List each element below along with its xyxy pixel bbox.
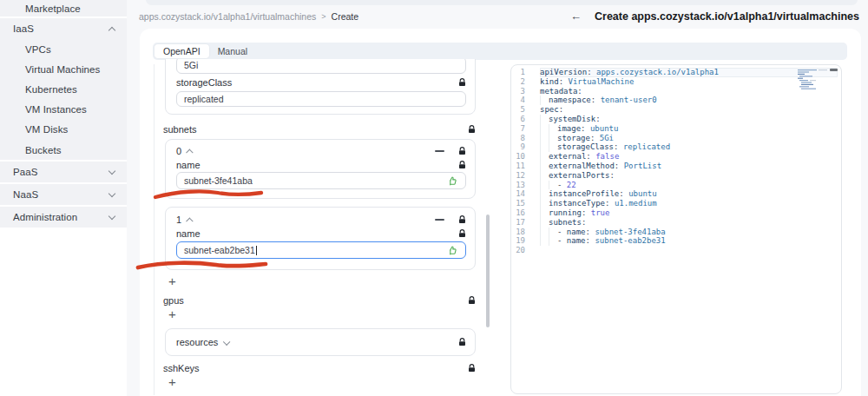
lock-icon[interactable]: [468, 125, 476, 134]
minimap-slider[interactable]: [830, 69, 838, 71]
code-token: :: [614, 142, 623, 152]
code-line-content: externalPorts:: [540, 171, 838, 181]
sidebar-item-vm-disks[interactable]: VM Disks: [0, 120, 127, 140]
sidebar-item-vpcs[interactable]: VPCs: [0, 39, 127, 59]
app: MarketplaceIaaSVPCsVirtual MachinesKuber…: [0, 0, 868, 396]
lock-icon[interactable]: [458, 161, 466, 169]
add-gpu-button[interactable]: +: [168, 308, 176, 320]
add-sshkey-button[interactable]: +: [168, 376, 176, 388]
tab-manual[interactable]: Manual: [209, 44, 256, 58]
code-line: 8storage: 5Gi: [515, 134, 838, 143]
code-line: 7image: ubuntu: [515, 124, 838, 134]
subnet-1-name-label: name: [176, 228, 201, 239]
code-line-content: externalMethod: PortList: [540, 162, 838, 171]
code-line-content: storageClass: replicated: [540, 142, 838, 152]
breadcrumb-path[interactable]: apps.cozystack.io/v1alpha1/virtualmachin…: [139, 11, 316, 22]
lock-icon[interactable]: [468, 364, 476, 373]
sidebar-section-administration[interactable]: Administration: [0, 207, 127, 228]
lock-icon[interactable]: [458, 229, 466, 238]
chevron-down-icon: [108, 214, 115, 221]
sidebar-section: IaaSVPCsVirtual MachinesKubernetesVM Ins…: [0, 18, 127, 160]
subnet-item-0: 0 name subnet-3fe41aba: [165, 139, 476, 199]
code-line-content: spec:: [540, 105, 838, 115]
line-number: 4: [515, 96, 525, 105]
tab-openapi[interactable]: OpenAPI: [155, 44, 209, 58]
top-bar-remnant: [146, 0, 858, 5]
code-token: externalMethod: [549, 162, 615, 171]
remove-subnet-0-button[interactable]: [435, 150, 444, 152]
storage-input[interactable]: 5Gi: [176, 59, 466, 74]
line-number: 6: [515, 115, 525, 124]
breadcrumb: apps.cozystack.io/v1alpha1/virtualmachin…: [139, 11, 358, 22]
chevron-up-icon: [108, 25, 115, 32]
lock-icon[interactable]: [458, 78, 466, 87]
subnet-0-collapse-toggle[interactable]: 0: [176, 146, 466, 156]
line-number: 15: [515, 199, 525, 208]
content-card: OpenAPIManual 5Gi storageClass replicate…: [140, 29, 861, 396]
resources-expand-toggle[interactable]: resources: [176, 337, 466, 347]
code-token: :: [619, 189, 628, 199]
sidebar-item-label: Virtual Machines: [25, 64, 100, 75]
sidebar-item-buckets[interactable]: Buckets: [0, 140, 127, 160]
code-line: 2kind: VirtualMachine: [515, 77, 838, 87]
code-token: :: [595, 115, 600, 124]
code-token: metadata: [540, 87, 577, 96]
subnet-0-name-input[interactable]: subnet-3fe41aba: [176, 172, 466, 189]
code-token: external: [549, 152, 586, 162]
storageclass-input[interactable]: replicated: [176, 91, 466, 107]
add-subnet-button[interactable]: +: [168, 275, 176, 287]
sidebar-section-label: Administration: [13, 212, 77, 222]
code-line: 6systemDisk:: [515, 115, 838, 124]
code-line-content: image: ubuntu: [540, 124, 838, 134]
code-line-content: - name: subnet-3fe41aba: [540, 228, 838, 237]
sidebar-section-iaas[interactable]: IaaS: [0, 18, 127, 39]
lock-icon[interactable]: [458, 147, 466, 155]
breadcrumb-current: Create: [332, 11, 359, 22]
code-token: u1.medium: [615, 199, 657, 208]
code-token: systemDisk: [549, 115, 595, 124]
code-line-content: - 22: [540, 181, 838, 190]
subnet-1-index: 1: [176, 214, 181, 225]
sidebar-item-marketplace[interactable]: Marketplace: [0, 0, 127, 16]
sidebar-section-label: IaaS: [13, 23, 34, 34]
code-token: subnet-eab2be31: [595, 236, 665, 246]
sidebar-section-naas[interactable]: NaaS: [0, 184, 127, 205]
yaml-editor[interactable]: 1apiVersion: apps.cozystack.io/v1alpha12…: [510, 64, 842, 394]
back-arrow-icon[interactable]: ←: [570, 10, 582, 23]
indent-guide: [540, 134, 549, 143]
subnet-1-name-input[interactable]: subnet-eab2be31: [176, 241, 466, 259]
code-line-content: namespace: tenant-user0: [540, 96, 838, 105]
sidebar-item-virtual-machines[interactable]: Virtual Machines: [0, 59, 127, 79]
chevron-up-icon: [187, 148, 193, 154]
remove-subnet-1-button[interactable]: [435, 219, 444, 221]
indent-guide: [540, 124, 549, 134]
code-token: :: [586, 152, 595, 162]
sidebar-section-label: PaaS: [13, 167, 38, 177]
indent-guide: [540, 236, 549, 246]
sidebar-item-kubernetes[interactable]: Kubernetes: [0, 79, 127, 99]
page-title-bar: ← Create apps.cozystack.io/v1alpha1/virt…: [570, 10, 859, 23]
indent-guide: [540, 171, 549, 181]
chevron-down-icon: [223, 340, 229, 345]
subnet-1-collapse-toggle[interactable]: 1: [176, 214, 466, 225]
code-token: 22: [567, 181, 576, 190]
code-token: ubuntu: [590, 124, 619, 134]
storage-value: 5Gi: [184, 60, 198, 70]
line-number: 14: [515, 189, 525, 199]
sidebar-item-vm-instances[interactable]: VM Instances: [0, 100, 127, 120]
code-line-content: running: true: [540, 208, 838, 218]
indent-guide: [540, 115, 549, 124]
line-number: 7: [515, 124, 525, 134]
code-token: apps.cozystack.io/v1alpha1: [596, 68, 719, 77]
code-lines[interactable]: 1apiVersion: apps.cozystack.io/v1alpha12…: [511, 65, 841, 393]
form-scrollbar[interactable]: [486, 214, 490, 327]
sidebar-section-paas[interactable]: PaaS: [0, 162, 127, 182]
code-line: 10external: false: [515, 152, 838, 162]
code-token: -: [557, 181, 567, 190]
lock-icon[interactable]: [458, 338, 466, 346]
lock-icon[interactable]: [468, 296, 476, 305]
code-token: :: [605, 199, 615, 208]
minimap[interactable]: [798, 69, 831, 91]
lock-icon[interactable]: [458, 215, 466, 224]
line-number: 8: [515, 134, 525, 143]
